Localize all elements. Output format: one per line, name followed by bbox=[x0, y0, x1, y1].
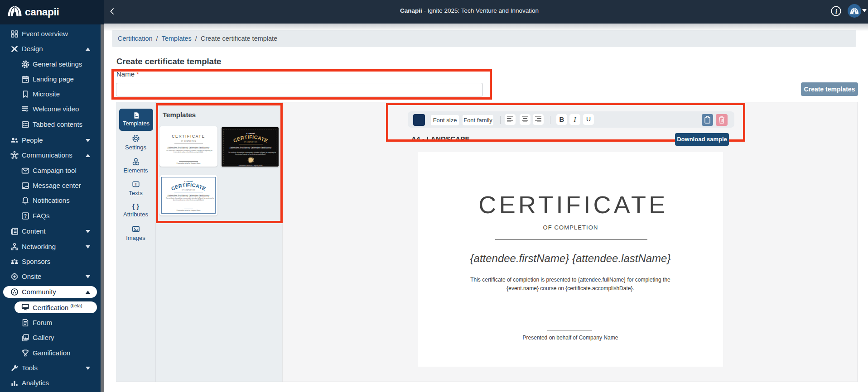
svg-text:i: i bbox=[835, 8, 837, 15]
svg-text:T: T bbox=[135, 182, 137, 186]
svg-text:?: ? bbox=[24, 213, 27, 219]
